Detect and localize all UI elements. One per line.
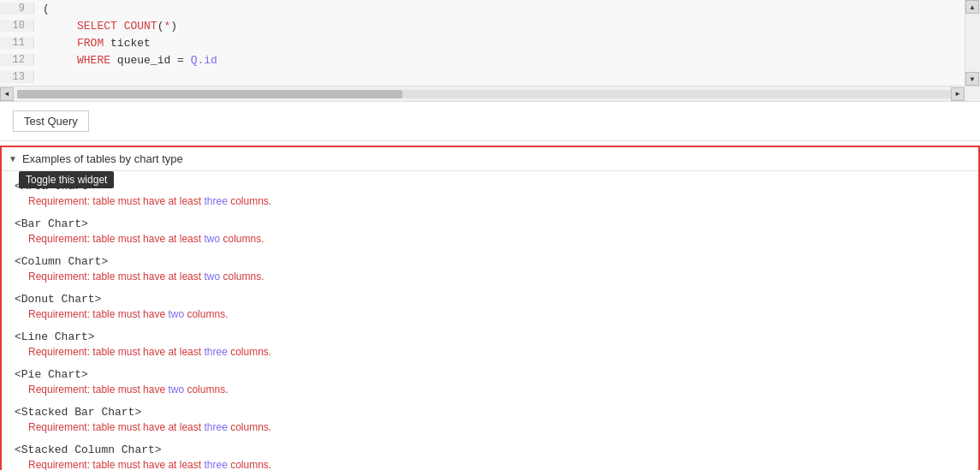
page-container: 9 ( 10 SELECT COUNT(*) 11 FROM ticket xyxy=(0,0,980,470)
req-highlight-area: three xyxy=(204,195,227,207)
scroll-down-arrow[interactable]: ▼ xyxy=(965,72,979,86)
examples-title: Examples of tables by chart type xyxy=(22,152,183,165)
chart-req-bar: Requirement: table must have at least tw… xyxy=(28,233,264,245)
chart-req-line: Requirement: table must have at least th… xyxy=(28,346,271,358)
keyword-where: WHERE xyxy=(77,54,110,67)
chart-name-line: <Line Chart> xyxy=(15,330,965,343)
list-item: <Pie Chart> Requirement: table must have… xyxy=(15,368,965,396)
code-line-12: 12 WHERE queue_id = Q.id xyxy=(0,51,980,68)
scroll-up-arrow[interactable]: ▲ xyxy=(965,0,979,14)
chart-req-stacked-bar: Requirement: table must have at least th… xyxy=(28,421,271,433)
chart-list: <Area Chart> Requirement: table must hav… xyxy=(2,171,978,470)
list-item: <Line Chart> Requirement: table must hav… xyxy=(15,330,965,358)
chart-req-stacked-column: Requirement: table must have at least th… xyxy=(28,459,271,470)
test-query-button[interactable]: Test Query xyxy=(13,110,89,132)
space: ticket xyxy=(110,37,151,50)
chart-req-pie: Requirement: table must have two columns… xyxy=(28,384,228,396)
vertical-scrollbar[interactable]: ▲ ▼ xyxy=(965,0,980,86)
list-item: <Stacked Bar Chart> Requirement: table m… xyxy=(15,406,965,433)
chart-req-area: Requirement: table must have at least th… xyxy=(28,195,271,207)
examples-header[interactable]: ▼ Examples of tables by chart type xyxy=(2,147,978,171)
horizontal-scroll-thumb[interactable] xyxy=(17,90,402,98)
keyword-count: COUNT xyxy=(124,20,157,33)
toggle-tooltip: Toggle this widget xyxy=(19,171,114,188)
test-query-area: Test Query xyxy=(0,102,980,141)
code-line-9: 9 ( xyxy=(0,0,980,17)
scroll-right-arrow[interactable]: ► xyxy=(951,87,965,101)
line-number-9: 9 xyxy=(0,3,34,15)
chevron-down-icon: ▼ xyxy=(9,154,17,164)
chart-name-area: <Area Chart> xyxy=(15,180,965,193)
list-item: <Area Chart> Requirement: table must hav… xyxy=(15,180,965,207)
code-lines: 9 ( 10 SELECT COUNT(*) 11 FROM ticket xyxy=(0,0,980,86)
list-item: <Stacked Column Chart> Requirement: tabl… xyxy=(15,443,965,470)
examples-section: ▼ Examples of tables by chart type Toggl… xyxy=(0,146,980,470)
chart-req-column: Requirement: table must have at least tw… xyxy=(28,271,264,283)
chart-name-stacked-bar: <Stacked Bar Chart> xyxy=(15,406,965,419)
horizontal-scrollbar[interactable]: ◄ ► xyxy=(0,86,980,101)
req-highlight-line: three xyxy=(204,346,227,358)
line-content-10: SELECT COUNT(*) xyxy=(34,20,177,33)
code-line-13: 13 xyxy=(0,68,980,86)
code-line-10: 10 SELECT COUNT(*) xyxy=(0,17,980,34)
line-content-11: FROM ticket xyxy=(34,37,151,50)
code-editor: 9 ( 10 SELECT COUNT(*) 11 FROM ticket xyxy=(0,0,980,102)
chart-name-donut: <Donut Chart> xyxy=(15,293,965,306)
line-number-12: 12 xyxy=(0,54,34,66)
line-number-11: 11 xyxy=(0,37,34,49)
chart-name-column: <Column Chart> xyxy=(15,255,965,268)
list-item: <Column Chart> Requirement: table must h… xyxy=(15,255,965,283)
req-highlight-bar: two xyxy=(204,233,220,245)
scroll-left-arrow[interactable]: ◄ xyxy=(0,87,14,101)
chart-name-stacked-column: <Stacked Column Chart> xyxy=(15,443,965,456)
line-number-10: 10 xyxy=(0,20,34,32)
line-content-12: WHERE queue_id = Q.id xyxy=(34,54,217,67)
line-number-13: 13 xyxy=(0,71,34,83)
space: queue_id = xyxy=(117,54,191,67)
chart-name-bar: <Bar Chart> xyxy=(15,217,965,230)
chart-name-pie: <Pie Chart> xyxy=(15,368,965,381)
chart-req-donut: Requirement: table must have two columns… xyxy=(28,308,228,320)
req-highlight-pie: two xyxy=(168,384,184,396)
req-highlight-donut: two xyxy=(168,308,184,320)
list-item: <Donut Chart> Requirement: table must ha… xyxy=(15,293,965,320)
field-q-id: Q.id xyxy=(191,54,217,67)
paren-close: ) xyxy=(170,20,177,33)
code-line-11: 11 FROM ticket xyxy=(0,34,980,51)
req-highlight-column: two xyxy=(204,271,220,283)
keyword-from: FROM xyxy=(77,37,104,50)
horizontal-scroll-track[interactable] xyxy=(17,90,961,98)
list-item: <Bar Chart> Requirement: table must have… xyxy=(15,217,965,245)
req-highlight-stacked-bar: three xyxy=(204,421,227,433)
req-highlight-stacked-column: three xyxy=(204,459,227,470)
line-content-9: ( xyxy=(34,3,50,15)
keyword-select: SELECT xyxy=(77,20,117,33)
